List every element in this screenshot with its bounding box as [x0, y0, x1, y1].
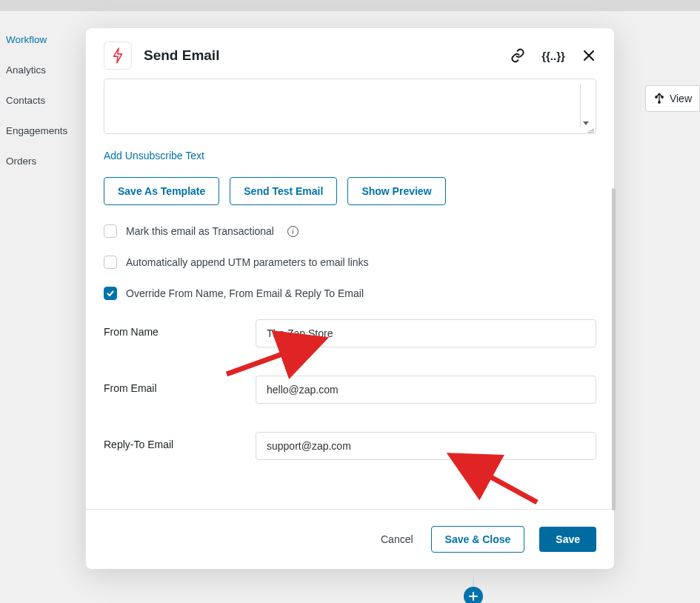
cancel-button[interactable]: Cancel — [378, 530, 416, 548]
from-email-input[interactable] — [256, 376, 596, 404]
view-button-label: View — [670, 93, 692, 104]
svg-point-2 — [659, 101, 660, 102]
sidebar-item-orders[interactable]: Orders — [4, 151, 81, 171]
send-email-modal: Send Email {{..}} Add Unsubscribe Text — [86, 28, 614, 569]
sidebar-item-engagements[interactable]: Engagements — [4, 121, 81, 141]
view-button[interactable]: View — [645, 85, 700, 112]
sidebar: Workflow Analytics Contacts Engagements … — [0, 30, 81, 171]
from-name-input[interactable] — [256, 319, 596, 347]
bolt-icon — [104, 41, 132, 70]
modal-header: Send Email {{..}} — [86, 28, 614, 79]
send-test-email-button[interactable]: Send Test Email — [230, 177, 337, 205]
from-name-label: From Name — [104, 319, 256, 338]
transactional-label: Mark this email as Transactional — [126, 225, 274, 237]
svg-point-0 — [656, 96, 657, 97]
email-body-editor[interactable] — [104, 79, 596, 134]
info-icon[interactable]: i — [287, 226, 299, 237]
modal-footer: Cancel Save & Close Save — [86, 509, 614, 569]
save-close-button[interactable]: Save & Close — [431, 526, 525, 553]
transactional-checkbox[interactable] — [104, 224, 117, 238]
merge-tags-icon[interactable]: {{..}} — [546, 48, 561, 63]
add-node-button[interactable] — [464, 587, 483, 603]
reply-to-input[interactable] — [256, 432, 596, 460]
utm-checkbox[interactable] — [104, 256, 117, 269]
save-as-template-button[interactable]: Save As Template — [104, 177, 219, 205]
branch-icon — [653, 92, 665, 106]
from-email-label: From Email — [104, 376, 256, 394]
sidebar-item-contacts[interactable]: Contacts — [4, 90, 81, 110]
modal-body: Add Unsubscribe Text Save As Template Se… — [86, 79, 614, 481]
sidebar-item-workflow[interactable]: Workflow — [4, 30, 81, 50]
override-label: Override From Name, From Email & Reply T… — [126, 287, 364, 299]
reply-to-label: Reply-To Email — [104, 432, 256, 450]
show-preview-button[interactable]: Show Preview — [347, 177, 445, 205]
close-icon[interactable] — [581, 48, 596, 63]
modal-scrollbar[interactable] — [612, 188, 616, 510]
top-bar — [0, 0, 700, 11]
link-icon[interactable] — [510, 48, 525, 63]
editor-scrollbar[interactable] — [580, 84, 590, 127]
add-unsubscribe-link[interactable]: Add Unsubscribe Text — [104, 150, 204, 161]
modal-title: Send Email — [144, 47, 499, 64]
save-button[interactable]: Save — [539, 527, 596, 552]
svg-point-1 — [661, 96, 663, 97]
editor-resize-handle[interactable] — [587, 125, 594, 133]
override-checkbox[interactable] — [104, 287, 117, 300]
sidebar-item-analytics[interactable]: Analytics — [4, 60, 81, 80]
utm-label: Automatically append UTM parameters to e… — [126, 256, 369, 268]
